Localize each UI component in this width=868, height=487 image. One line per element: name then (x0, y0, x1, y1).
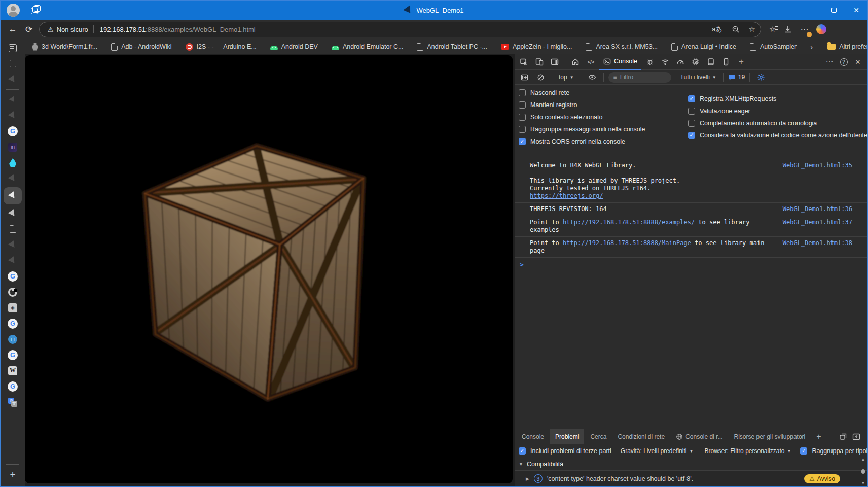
checkbox-checked[interactable] (688, 95, 695, 102)
tab-google[interactable]: G (4, 378, 22, 394)
setting-show-cors[interactable]: Mostra CORS errori nella console (519, 138, 688, 145)
tab-webgl-active[interactable] (4, 187, 22, 204)
console-message[interactable]: Point to http://192.168.178.51:8888/exam… (515, 216, 867, 237)
checkbox[interactable] (519, 89, 526, 96)
threejs-link[interactable]: https://threejs.org/ (530, 192, 603, 199)
devtools-close-icon[interactable]: ✕ (851, 55, 864, 68)
close-button[interactable]: ✕ (845, 1, 867, 20)
setting-log-xhr[interactable]: Registra XMLHttpRequests (688, 95, 867, 102)
console-sidebar-icon[interactable] (518, 71, 531, 84)
settings-more-icon[interactable]: ⋯ (800, 25, 808, 34)
bookmark-item[interactable]: Android Emulator C... (332, 43, 404, 50)
welcome-home-icon[interactable] (569, 55, 582, 68)
tab-page[interactable] (4, 221, 22, 237)
setting-preserve-log[interactable]: Mantieni registro (519, 101, 688, 109)
console-message[interactable]: Welcome to B4X WebGL Library. This libra… (515, 159, 867, 203)
bookmark-item[interactable]: Area SX s.r.l. MM53... (586, 43, 658, 51)
source-link[interactable]: WebGL_Demo1.html:36 (783, 205, 852, 213)
tab-webgl-dim[interactable] (4, 253, 22, 268)
bookmarks-overflow-chevron[interactable]: › (810, 43, 813, 51)
drawer-tab-console[interactable]: Console (517, 429, 549, 444)
network-wifi-icon[interactable] (659, 55, 672, 68)
checkbox[interactable] (519, 126, 526, 133)
setting-hide-network[interactable]: Nascondi rete (519, 89, 688, 96)
other-favorites[interactable]: Altri preferiti (827, 43, 868, 50)
tab-threejs[interactable]: ◻ (4, 331, 22, 347)
dock-side-icon[interactable] (548, 55, 561, 68)
zoom-icon[interactable] (732, 25, 740, 33)
include-third-party-checkbox[interactable]: Includi problemi di terze parti (519, 447, 611, 455)
memory-device-icon[interactable] (719, 55, 733, 68)
devtools-help-icon[interactable]: ? (837, 55, 850, 68)
console-message[interactable]: THREEJS REVISION: 164 WebGL_Demo1.html:3… (515, 203, 867, 216)
browser-filter[interactable]: Browser: Filtro personalizzato▼ (702, 447, 793, 455)
drawer-tab-console-remota[interactable]: Console di r... (671, 429, 728, 444)
downloads-icon[interactable] (784, 25, 792, 33)
tab-in-site[interactable]: ın (4, 139, 22, 155)
setting-user-activation[interactable]: Considera la valutazione del codice come… (688, 132, 867, 139)
scroll-thumb[interactable] (861, 469, 865, 474)
checkbox[interactable] (519, 114, 526, 121)
checkbox-checked[interactable] (800, 447, 807, 455)
live-expression-eye-icon[interactable] (586, 71, 599, 84)
source-link[interactable]: WebGL_Demo1.html:35 (783, 162, 852, 169)
dock-drawer-icon[interactable] (852, 433, 860, 441)
checkbox[interactable] (519, 101, 526, 109)
issues-scrollbar[interactable]: ▲ ▼ (860, 457, 866, 485)
tab-google[interactable]: G (4, 268, 22, 284)
mainpage-link[interactable]: http://192.168.178.51:8888/MainPage (563, 239, 691, 247)
tab-translate[interactable]: G文 (4, 394, 22, 410)
checkbox[interactable] (688, 120, 695, 127)
tab-google[interactable]: G (4, 316, 22, 331)
translate-icon[interactable]: aあ (712, 25, 722, 34)
tab-webgl-dim[interactable] (4, 92, 22, 108)
tab-webgl-dim[interactable] (4, 170, 22, 186)
checkbox-checked[interactable] (519, 447, 526, 455)
console-empty-area[interactable] (515, 271, 867, 429)
back-button[interactable]: ← (5, 24, 21, 34)
scroll-down-icon[interactable]: ▼ (861, 481, 865, 485)
group-by-kind-checkbox[interactable]: Raggruppa per tipologia (800, 447, 867, 455)
tab-webgl-dim[interactable] (4, 72, 22, 87)
console-prompt[interactable]: > (515, 258, 867, 271)
security-label[interactable]: Non sicuro (57, 26, 88, 33)
tab-webgl-dim[interactable] (4, 237, 22, 253)
webgl-canvas[interactable] (25, 55, 513, 483)
tab-google[interactable]: G (4, 347, 22, 363)
bookmark-item[interactable]: Adb - AndroidWiki (111, 43, 171, 51)
device-emulation-icon[interactable] (533, 55, 546, 68)
tab-console[interactable]: Console (599, 54, 641, 70)
bookmark-item[interactable]: I2S - - — Arduino E... (186, 43, 257, 51)
setting-selected-context[interactable]: Solo contesto selezionato (519, 114, 688, 121)
issue-row[interactable]: ▶ 3 'content-type' header charset value … (515, 471, 867, 486)
add-favorite-icon[interactable]: ☆ (749, 25, 755, 34)
tab-webgl[interactable] (4, 108, 22, 123)
bookmark-item[interactable]: AppleZein - I miglio... (501, 43, 572, 50)
cpu-chip-icon[interactable] (689, 55, 702, 68)
drawer-add-tab[interactable]: + (811, 429, 826, 444)
debug-bug-icon[interactable] (643, 55, 657, 68)
tab-webgl[interactable] (4, 205, 22, 221)
tab-page[interactable] (4, 56, 22, 72)
favorites-hub-icon[interactable]: ☆ (769, 25, 776, 34)
examples-link[interactable]: http://192.168.178.51:8888/examples/ (563, 219, 695, 226)
scroll-up-icon[interactable]: ▲ (861, 457, 865, 462)
copilot-icon[interactable] (816, 24, 826, 34)
maximize-button[interactable] (823, 1, 845, 20)
active-tab-title[interactable]: WebGL_Demo1 (405, 1, 464, 20)
inspect-icon[interactable] (518, 55, 531, 68)
setting-eager-eval[interactable]: Valutazione eager (688, 108, 867, 115)
storage-box-icon[interactable] (704, 55, 717, 68)
checkbox[interactable] (688, 108, 695, 115)
console-settings-gear-icon[interactable] (754, 71, 768, 84)
tab-wikipedia[interactable]: W (4, 363, 22, 378)
drawer-tab-cerca[interactable]: Cerca (585, 429, 611, 444)
drawer-tab-problemi[interactable]: Problemi (550, 429, 584, 444)
checkbox-checked[interactable] (688, 132, 695, 139)
undock-icon[interactable] (839, 433, 847, 441)
message-count-badge[interactable]: 19 (728, 74, 745, 81)
devtools-more-icon[interactable]: ⋯ (823, 55, 836, 68)
bookmark-item[interactable]: Android Tablet PC -... (417, 43, 487, 51)
profile-avatar[interactable] (7, 4, 20, 17)
bookmark-item[interactable]: AutoSampler (750, 43, 797, 51)
